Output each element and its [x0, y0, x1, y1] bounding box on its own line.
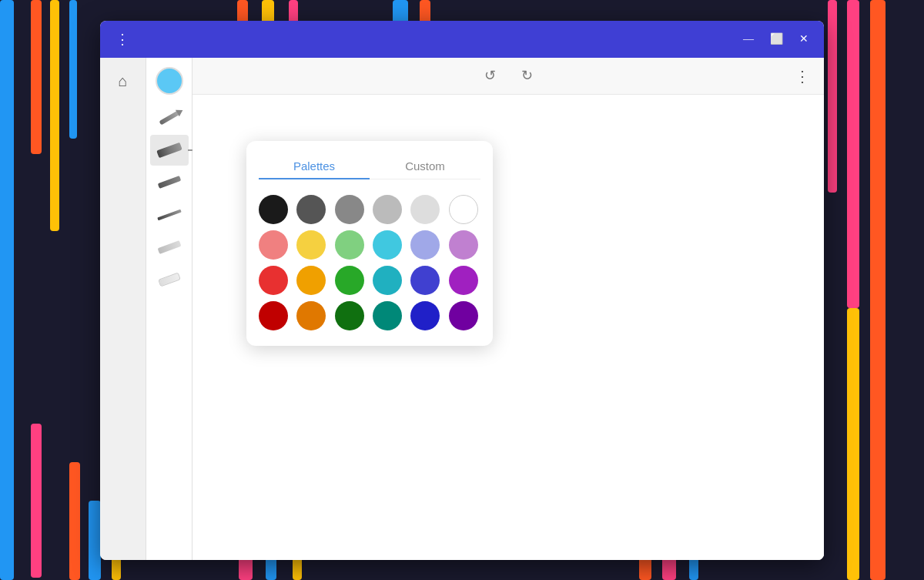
color-dark-purple[interactable] — [449, 301, 478, 330]
color-light-yellow[interactable] — [296, 230, 326, 260]
color-dark-green[interactable] — [335, 301, 364, 330]
color-dark-gray[interactable] — [296, 195, 326, 224]
tool-panel — [146, 58, 192, 560]
redo-button[interactable]: ↻ — [514, 63, 539, 88]
color-purple[interactable] — [449, 266, 478, 295]
palette-tabs: Palettes Custom — [259, 153, 480, 179]
color-medium-gray[interactable] — [335, 195, 364, 224]
color-dark-blue[interactable] — [410, 301, 440, 330]
color-light-red[interactable] — [259, 230, 288, 260]
toolbar: ↺ ↻ — [192, 58, 824, 95]
color-white[interactable] — [449, 195, 478, 224]
color-yellow[interactable] — [296, 266, 326, 295]
brush-light-icon — [157, 240, 181, 254]
color-orange[interactable] — [296, 301, 326, 330]
color-red[interactable] — [259, 266, 288, 295]
brush-thin-tool[interactable] — [150, 199, 189, 230]
titlebar-menu-button[interactable]: ⋮ — [109, 28, 136, 51]
palette-popup: Palettes Custom — [246, 141, 493, 346]
color-teal[interactable] — [373, 301, 402, 330]
canvas-area: ↺ ↻ ⋮ Palettes Custom — [192, 58, 824, 560]
brush-medium-icon — [157, 176, 181, 189]
close-button[interactable]: ✕ — [793, 28, 815, 50]
color-grid — [259, 192, 480, 334]
color-lighter-gray[interactable] — [410, 195, 440, 224]
brush-light-tool[interactable] — [150, 232, 189, 263]
color-green[interactable] — [335, 266, 364, 295]
brush-thick-icon — [156, 142, 182, 157]
options-button[interactable]: ⋮ — [790, 64, 815, 89]
eraser-icon — [158, 272, 181, 287]
color-light-cyan[interactable] — [373, 230, 402, 260]
drawing-canvas[interactable]: Palettes Custom — [192, 95, 824, 560]
color-light-green[interactable] — [335, 230, 364, 260]
app-body: ⌂ — [100, 58, 824, 560]
app-window: ⋮ — ⬜ ✕ ⌂ — [100, 21, 824, 560]
tab-palettes[interactable]: Palettes — [259, 153, 370, 179]
maximize-button[interactable]: ⬜ — [765, 28, 787, 50]
color-dark-red[interactable] — [259, 301, 288, 330]
home-button[interactable]: ⌂ — [109, 67, 138, 96]
undo-button[interactable]: ↺ — [477, 63, 502, 88]
titlebar: ⋮ — ⬜ ✕ — [100, 21, 824, 58]
color-blue[interactable] — [410, 266, 440, 295]
tab-custom[interactable]: Custom — [370, 153, 480, 179]
color-light-purple[interactable] — [449, 230, 478, 260]
brush-medium-tool[interactable] — [150, 167, 189, 198]
color-black[interactable] — [259, 195, 288, 224]
color-cyan[interactable] — [373, 266, 402, 295]
eraser-tool[interactable] — [150, 264, 189, 295]
nav-sidebar: ⌂ — [100, 58, 146, 560]
color-light-gray[interactable] — [373, 195, 402, 224]
minimize-button[interactable]: — — [738, 28, 759, 50]
pencil-icon — [159, 110, 179, 125]
color-swatch[interactable] — [156, 67, 183, 95]
pencil-tool[interactable] — [150, 102, 189, 133]
brush-thick-tool[interactable] — [150, 135, 189, 166]
color-light-blue[interactable] — [410, 230, 440, 260]
brush-thin-icon — [157, 209, 181, 220]
